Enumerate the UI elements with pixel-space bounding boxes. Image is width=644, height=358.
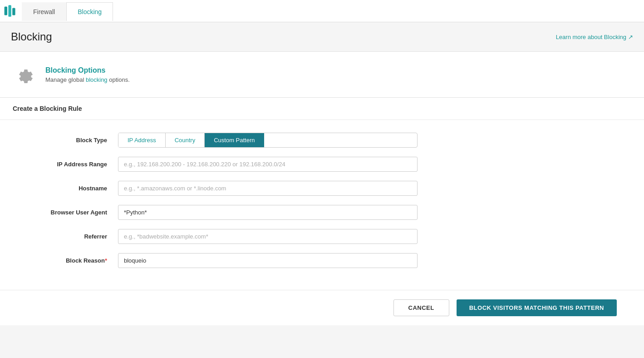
block-reason-input-wrap [118,253,418,268]
browser-user-agent-label: Browser User Agent [27,205,118,216]
block-reason-label: Block Reason* [27,253,118,264]
referrer-label: Referrer [27,229,118,240]
gear-icon [13,63,36,86]
browser-user-agent-row: Browser User Agent [27,205,617,220]
form-footer: CANCEL BLOCK VISITORS MATCHING THIS PATT… [0,290,644,325]
ip-address-row: IP Address Range [27,157,617,172]
blocking-options-card: Blocking Options Manage global blocking … [0,52,644,98]
main-content: Blocking Learn more about Blocking ↗ Blo… [0,22,644,358]
block-reason-row: Block Reason* [27,253,617,268]
page-header: Blocking Learn more about Blocking ↗ [0,22,644,52]
cancel-button[interactable]: CANCEL [393,299,449,316]
blocking-options-text: Blocking Options Manage global blocking … [45,66,130,83]
block-type-row: Block Type IP Address Country Custom Pat… [27,133,617,148]
learn-more-link[interactable]: Learn more about Blocking ↗ [556,34,633,40]
block-type-ip-address[interactable]: IP Address [118,133,166,147]
required-asterisk: * [105,257,107,264]
app-logo [0,0,22,22]
block-type-country[interactable]: Country [166,133,205,147]
block-type-custom-pattern[interactable]: Custom Pattern [205,133,264,147]
tab-blocking[interactable]: Blocking [66,2,113,21]
block-type-label: Block Type [27,133,118,144]
block-visitors-button[interactable]: BLOCK VISITORS MATCHING THIS PATTERN [457,299,617,316]
referrer-input-wrap [118,229,418,244]
hostname-input-wrap [118,181,418,196]
hostname-input[interactable] [118,181,418,196]
tab-firewall[interactable]: Firewall [22,2,66,21]
block-reason-input[interactable] [118,253,418,268]
hostname-label: Hostname [27,181,118,192]
block-type-group: IP Address Country Custom Pattern [118,133,418,148]
hostname-row: Hostname [27,181,617,196]
referrer-row: Referrer [27,229,617,244]
block-type-group-wrap: IP Address Country Custom Pattern [118,133,418,148]
browser-user-agent-input[interactable] [118,205,418,220]
svg-rect-0 [5,6,7,15]
blocking-options-desc: Manage global blocking options. [45,76,130,83]
svg-rect-1 [8,5,11,17]
create-blocking-rule-card: Create a Blocking Rule Block Type IP Add… [0,98,644,325]
ip-address-input-wrap [118,157,418,172]
create-blocking-rule-title: Create a Blocking Rule [0,98,644,120]
referrer-input[interactable] [118,229,418,244]
ip-address-input[interactable] [118,157,418,172]
form-area: Block Type IP Address Country Custom Pat… [0,120,644,290]
blocking-options-title: Blocking Options [45,66,130,75]
tab-bar: Firewall Blocking [0,0,644,22]
ip-address-label: IP Address Range [27,157,118,168]
external-link-icon: ↗ [628,34,633,40]
svg-rect-2 [12,8,15,15]
browser-user-agent-input-wrap [118,205,418,220]
page-title: Blocking [11,30,52,43]
